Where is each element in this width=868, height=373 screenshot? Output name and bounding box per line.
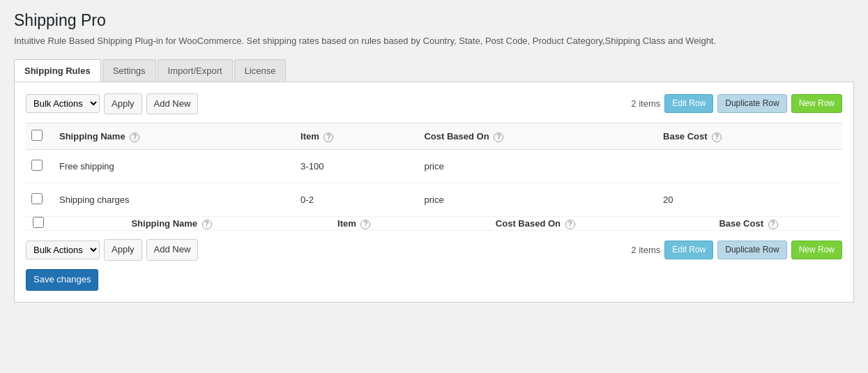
select-all-col: [26, 123, 51, 150]
shipping-name-help-icon[interactable]: ?: [130, 132, 139, 142]
bulk-actions-select-top[interactable]: Bulk Actions: [26, 94, 100, 113]
edit-row-button-bottom[interactable]: Edit Row: [664, 241, 713, 259]
table-header-row: Shipping Name ? Item ? Cost Based On ? B…: [26, 123, 842, 150]
new-row-button-bottom[interactable]: New Row: [791, 241, 842, 259]
page-title: Shipping Pro: [14, 11, 854, 30]
table-row: Shipping charges 0-2 price 20: [26, 183, 842, 217]
toolbar-bottom: Bulk Actions Apply Add New 2 items Edit …: [26, 239, 842, 261]
cost-based-on-help-icon[interactable]: ?: [494, 132, 503, 142]
save-changes-button[interactable]: Save changes: [26, 269, 98, 291]
item-help-icon-bottom[interactable]: ?: [360, 220, 370, 229]
table-row: Free shipping 3-100 price: [26, 150, 842, 183]
duplicate-row-button-top[interactable]: Duplicate Row: [717, 94, 786, 113]
add-new-button-top[interactable]: Add New: [146, 93, 199, 115]
col-shipping-name: Shipping Name ?: [51, 123, 292, 150]
items-count-bottom: 2 items: [631, 245, 660, 255]
row-1-shipping-name: Free shipping: [51, 150, 292, 183]
row-2-checkbox[interactable]: [31, 193, 43, 204]
select-all-col-bottom: [26, 217, 51, 231]
col-base-cost: Base Cost ?: [655, 123, 842, 150]
col-cost-based-on-bottom: Cost Based On ?: [416, 217, 655, 231]
toolbar-bottom-right: 2 items Edit Row Duplicate Row New Row: [631, 241, 842, 259]
content-area: Bulk Actions Apply Add New 2 items Edit …: [14, 82, 854, 303]
item-help-icon[interactable]: ?: [323, 132, 333, 142]
row-1-checkbox[interactable]: [31, 160, 43, 171]
col-item: Item ?: [292, 123, 416, 150]
col-base-cost-bottom: Base Cost ?: [655, 217, 842, 231]
apply-button-bottom[interactable]: Apply: [104, 239, 142, 261]
cost-based-on-help-icon-bottom[interactable]: ?: [565, 220, 575, 229]
tab-shipping-rules[interactable]: Shipping Rules: [14, 59, 101, 82]
row-2-item: 0-2: [292, 183, 416, 217]
select-all-checkbox-bottom[interactable]: [33, 217, 44, 228]
items-count-top: 2 items: [631, 98, 660, 109]
select-all-checkbox[interactable]: [31, 130, 43, 141]
base-cost-help-icon[interactable]: ?: [712, 132, 722, 142]
toolbar-top-right: 2 items Edit Row Duplicate Row New Row: [631, 94, 842, 113]
col-cost-based-on: Cost Based On ?: [416, 123, 655, 150]
row-2-cost-based-on: price: [416, 183, 655, 217]
row-1-cost-based-on: price: [416, 150, 655, 183]
row-1-item: 3-100: [292, 150, 416, 183]
tab-settings[interactable]: Settings: [102, 59, 156, 82]
row-2-base-cost: 20: [655, 183, 842, 217]
new-row-button-top[interactable]: New Row: [791, 94, 842, 113]
bulk-actions-select-bottom[interactable]: Bulk Actions: [26, 241, 100, 259]
apply-button-top[interactable]: Apply: [104, 93, 142, 115]
page-description: Intuitive Rule Based Shipping Plug-in fo…: [14, 34, 854, 48]
toolbar-top: Bulk Actions Apply Add New 2 items Edit …: [26, 93, 842, 115]
row-1-base-cost: [655, 150, 842, 183]
nav-tabs: Shipping Rules Settings Import/Export Li…: [14, 59, 854, 82]
tab-license[interactable]: License: [234, 59, 287, 82]
edit-row-button-top[interactable]: Edit Row: [664, 94, 713, 113]
col-item-bottom: Item ?: [292, 217, 416, 231]
col-shipping-name-bottom: Shipping Name ?: [51, 217, 292, 231]
tab-import-export[interactable]: Import/Export: [158, 59, 233, 82]
add-new-button-bottom[interactable]: Add New: [146, 239, 199, 261]
save-area: Save changes: [26, 269, 842, 291]
table-footer-row: Shipping Name ? Item ? Cost Based On ? B…: [26, 217, 842, 231]
row-2-check-col: [26, 183, 51, 217]
shipping-rules-table: Shipping Name ? Item ? Cost Based On ? B…: [26, 123, 842, 231]
row-2-shipping-name: Shipping charges: [51, 183, 292, 217]
base-cost-help-icon-bottom[interactable]: ?: [768, 220, 778, 229]
row-1-check-col: [26, 150, 51, 183]
duplicate-row-button-bottom[interactable]: Duplicate Row: [717, 241, 786, 259]
shipping-name-help-icon-bottom[interactable]: ?: [202, 220, 212, 229]
